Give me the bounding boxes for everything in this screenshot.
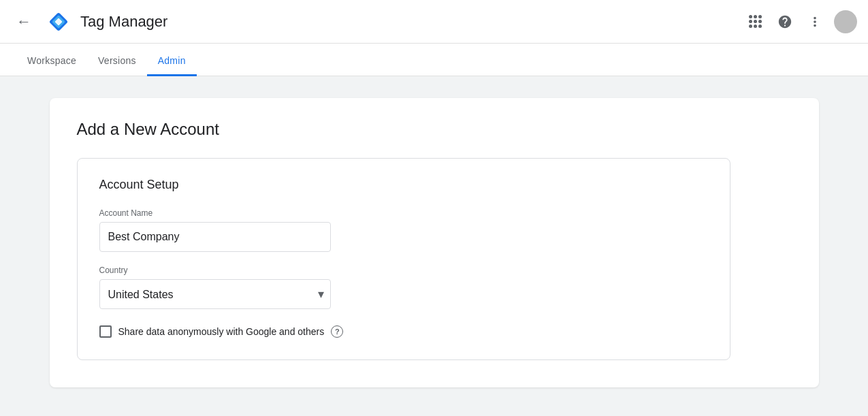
app-header: ← Tag Manager: [0, 0, 868, 44]
account-name-label: Account Name: [99, 208, 708, 218]
header-right: [741, 8, 857, 35]
page-title: Add a New Account: [77, 120, 792, 139]
share-data-label: Share data anonymously with Google and o…: [118, 326, 325, 337]
tab-workspace[interactable]: Workspace: [16, 47, 87, 76]
nav-tabs: Workspace Versions Admin: [0, 44, 868, 76]
apps-button[interactable]: [741, 8, 769, 35]
country-group: Country United States United Kingdom Can…: [99, 266, 708, 309]
more-options-button[interactable]: [801, 8, 829, 35]
country-select-wrapper: United States United Kingdom Canada Aust…: [99, 279, 331, 309]
grid-icon: [749, 15, 762, 28]
main-content: Add a New Account Account Setup Account …: [0, 76, 868, 416]
section-title: Account Setup: [99, 178, 708, 192]
account-name-input[interactable]: [99, 222, 331, 252]
back-button[interactable]: ←: [11, 7, 37, 36]
help-button[interactable]: [771, 8, 799, 35]
account-setup-card: Account Setup Account Name Country Unite…: [77, 158, 730, 360]
country-select[interactable]: United States United Kingdom Canada Aust…: [99, 279, 331, 309]
share-data-checkbox[interactable]: [99, 325, 112, 338]
tab-versions[interactable]: Versions: [87, 47, 147, 76]
country-label: Country: [99, 266, 708, 275]
help-icon: [777, 14, 792, 29]
app-title: Tag Manager: [80, 13, 167, 31]
account-name-group: Account Name: [99, 208, 708, 252]
header-left: ← Tag Manager: [11, 7, 741, 36]
share-data-help-icon[interactable]: ?: [331, 325, 343, 338]
page-card: Add a New Account Account Setup Account …: [50, 98, 819, 387]
more-vert-icon: [807, 14, 822, 29]
share-data-row: Share data anonymously with Google and o…: [99, 325, 708, 338]
app-logo: [45, 8, 72, 35]
tab-admin[interactable]: Admin: [147, 47, 197, 76]
user-avatar[interactable]: [834, 10, 857, 33]
